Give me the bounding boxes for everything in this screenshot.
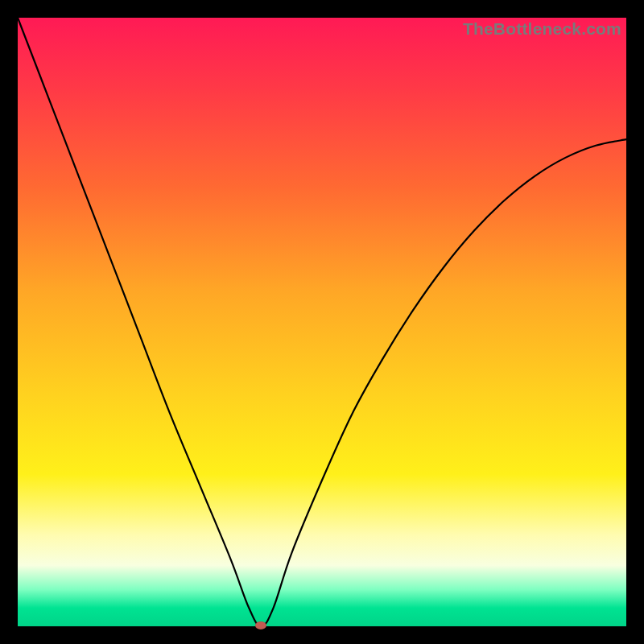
chart-frame: TheBottleneck.com <box>0 0 644 644</box>
bottleneck-curve <box>18 18 626 626</box>
minimum-marker <box>255 621 266 630</box>
curve-path <box>18 18 626 626</box>
plot-area: TheBottleneck.com <box>18 18 626 626</box>
